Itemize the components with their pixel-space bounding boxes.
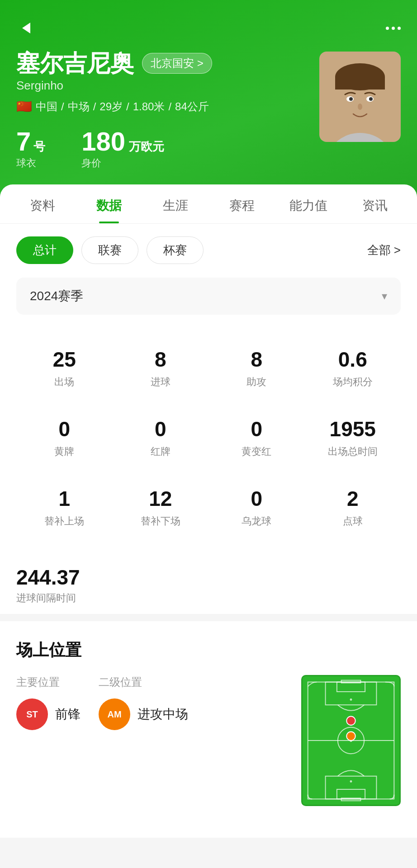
goal-interval-label: 进球间隔时间 xyxy=(16,591,401,605)
avatar-image xyxy=(319,52,401,142)
tab-ziliao[interactable]: 资料 xyxy=(9,184,76,223)
section-divider xyxy=(0,614,417,621)
special-stat-section: 244.37 进球间隔时间 xyxy=(0,554,417,609)
svg-point-10 xyxy=(369,97,373,101)
back-button[interactable] xyxy=(16,18,36,38)
stat-red: 0 红牌 xyxy=(113,406,209,471)
goal-interval-value: 244.37 xyxy=(16,567,401,588)
market-value: 180 xyxy=(81,128,125,155)
stat-own-goal-label: 乌龙球 xyxy=(213,514,300,528)
stat-penalty: 2 点球 xyxy=(305,476,401,541)
stat-sub-out-label: 替补下场 xyxy=(117,514,204,528)
stat-sub-in: 1 替补上场 xyxy=(16,476,113,541)
tabs-bar: 资料 数据 生涯 赛程 能力值 资讯 xyxy=(0,184,417,224)
secondary-position-column: 二级位置 AM 进攻中场 xyxy=(99,675,188,730)
filter-league-btn[interactable]: 联赛 xyxy=(81,236,138,264)
hero-section: 塞尔吉尼奥 北京国安 > Serginho 🇨🇳 中国 / 中场 / 29岁 /… xyxy=(0,0,417,197)
player-name-row: 塞尔吉尼奥 北京国安 > xyxy=(16,52,319,75)
player-name-zh: 塞尔吉尼奥 xyxy=(16,52,134,75)
stat-yellow-red: 0 黄变红 xyxy=(208,406,305,471)
stat-yellow: 0 黄牌 xyxy=(16,406,113,471)
stat-assists: 8 助攻 xyxy=(208,336,305,401)
secondary-position-item: AM 进攻中场 xyxy=(99,698,188,730)
svg-point-9 xyxy=(349,97,353,101)
football-field xyxy=(301,675,401,806)
primary-position-column: 主要位置 ST 前锋 xyxy=(16,675,81,730)
stat-own-goal: 0 乌龙球 xyxy=(208,476,305,541)
stat-red-value: 0 xyxy=(117,419,204,439)
stats-row-1: 25 出场 8 进球 8 助攻 0.6 场均积分 xyxy=(16,336,401,401)
stat-sub-out-value: 12 xyxy=(117,488,204,509)
svg-point-11 xyxy=(358,104,362,110)
tab-nenglizhi[interactable]: 能力值 xyxy=(275,184,341,223)
player-meta: 🇨🇳 中国 / 中场 / 29岁 / 1.80米 / 84公斤 xyxy=(16,99,319,114)
position-section-title: 场上位置 xyxy=(16,639,401,661)
top-bar xyxy=(16,18,401,38)
stat-total-time-label: 出场总时间 xyxy=(309,445,397,458)
season-selector[interactable]: 2024赛季 ▾ xyxy=(16,278,401,315)
tab-saicheng[interactable]: 赛程 xyxy=(208,184,275,223)
age-label: 29岁 xyxy=(100,99,123,114)
market-value-label: 身价 xyxy=(81,156,164,170)
tab-shengya[interactable]: 生涯 xyxy=(142,184,208,223)
svg-point-25 xyxy=(346,717,355,725)
jersey-number-item: 7 号 球衣 xyxy=(16,128,45,170)
stat-red-label: 红牌 xyxy=(117,445,204,458)
am-badge: AM xyxy=(99,698,130,730)
stat-sub-out: 12 替补下场 xyxy=(113,476,209,541)
filter-total-btn[interactable]: 总计 xyxy=(16,236,73,264)
stat-assists-label: 助攻 xyxy=(213,375,300,389)
player-numbers: 7 号 球衣 180 万欧元 身价 xyxy=(16,128,319,170)
stat-total-time-value: 1955 xyxy=(309,419,397,439)
meta-sep2: / xyxy=(93,100,96,113)
dot-icon xyxy=(386,27,389,30)
svg-point-26 xyxy=(346,732,355,741)
meta-sep4: / xyxy=(168,100,171,113)
stat-avg-score-value: 0.6 xyxy=(309,349,397,370)
stat-penalty-value: 2 xyxy=(309,488,397,509)
chevron-down-icon: ▾ xyxy=(382,290,387,302)
stat-yellow-red-label: 黄变红 xyxy=(213,445,300,458)
secondary-position-title: 二级位置 xyxy=(99,675,188,689)
country-label: 中国 xyxy=(36,99,57,114)
stat-goals-value: 8 xyxy=(117,349,204,370)
jersey-sublabel: 球衣 xyxy=(16,156,45,170)
svg-point-20 xyxy=(350,698,352,701)
stat-own-goal-value: 0 xyxy=(213,488,300,509)
market-value-item: 180 万欧元 身价 xyxy=(81,128,164,170)
stat-assists-value: 8 xyxy=(213,349,300,370)
season-label: 2024赛季 xyxy=(30,288,83,305)
stat-goals-label: 进球 xyxy=(117,375,204,389)
secondary-position-name: 进攻中场 xyxy=(137,706,188,723)
stat-penalty-label: 点球 xyxy=(309,514,397,528)
stat-appearances-label: 出场 xyxy=(21,375,108,389)
tab-shuju[interactable]: 数据 xyxy=(76,184,142,223)
stat-total-time: 1955 出场总时间 xyxy=(305,406,401,471)
jersey-number-unit: 号 xyxy=(33,139,45,155)
field-svg xyxy=(303,676,399,805)
stats-row-3: 1 替补上场 12 替补下场 0 乌龙球 2 点球 xyxy=(16,476,401,541)
tab-zixun[interactable]: 资讯 xyxy=(341,184,408,223)
position-content: 主要位置 ST 前锋 二级位置 AM 进攻中场 xyxy=(16,675,401,806)
filter-all-btn[interactable]: 全部 > xyxy=(367,242,401,258)
svg-point-24 xyxy=(350,780,352,783)
stat-goals: 8 进球 xyxy=(113,336,209,401)
st-badge: ST xyxy=(16,698,48,730)
more-button[interactable] xyxy=(386,27,401,30)
player-name-en: Serginho xyxy=(16,79,319,93)
primary-position-item: ST 前锋 xyxy=(16,698,81,730)
svg-rect-6 xyxy=(335,77,385,90)
primary-position-name: 前锋 xyxy=(55,706,81,723)
weight-label: 84公斤 xyxy=(175,99,209,114)
dot-icon xyxy=(398,27,401,30)
position-section: 场上位置 主要位置 ST 前锋 二级位置 AM xyxy=(0,626,417,820)
filter-cup-btn[interactable]: 杯赛 xyxy=(147,236,204,264)
player-avatar xyxy=(319,52,401,142)
filter-row: 总计 联赛 杯赛 全部 > xyxy=(0,224,417,273)
country-flag: 🇨🇳 xyxy=(16,99,32,114)
meta-sep3: / xyxy=(126,100,129,113)
dot-icon xyxy=(392,27,395,30)
stat-yellow-label: 黄牌 xyxy=(21,445,108,458)
market-value-unit: 万欧元 xyxy=(129,139,164,155)
team-badge[interactable]: 北京国安 > xyxy=(142,53,212,74)
